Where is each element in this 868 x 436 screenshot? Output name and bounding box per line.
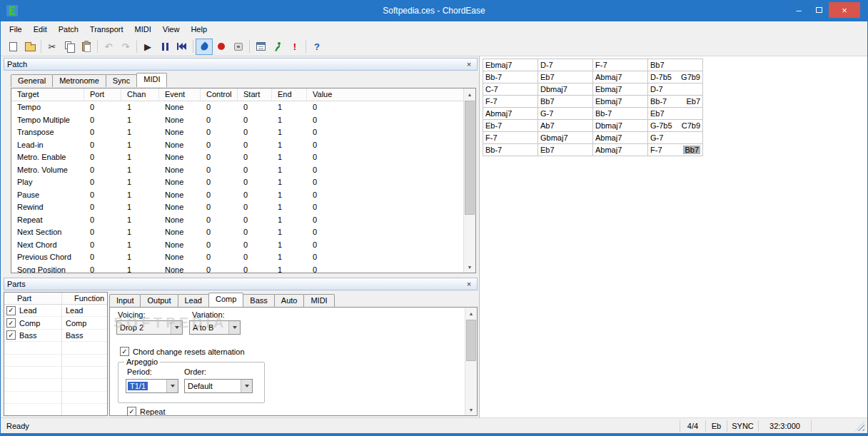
chord-cell[interactable]: Abmaj7: [592, 143, 648, 156]
parts-row-empty[interactable]: [4, 367, 107, 379]
menu-item-edit[interactable]: Edit: [28, 23, 53, 36]
chord-cell[interactable]: Dbmaj7: [592, 119, 648, 132]
part-checkbox[interactable]: ✓: [6, 318, 16, 328]
chord[interactable]: D-7: [540, 61, 553, 69]
patch-row-previous-chord[interactable]: Previous Chord01None0010: [11, 251, 463, 264]
chord[interactable]: Eb-7: [485, 121, 502, 130]
menu-item-transport[interactable]: Transport: [84, 23, 129, 36]
maximize-button[interactable]: [809, 2, 829, 18]
parts-tab-comp[interactable]: Comp: [208, 293, 243, 307]
parts-tab-lead[interactable]: Lead: [178, 294, 209, 307]
parts-tab-auto[interactable]: Auto: [274, 294, 305, 307]
chord[interactable]: Gbmaj7: [540, 133, 568, 142]
patch-tab-sync[interactable]: Sync: [106, 74, 137, 87]
chord-cell[interactable]: Bb-7: [592, 107, 648, 120]
patch-row-tempo[interactable]: Tempo01None0010: [11, 101, 463, 114]
parts-scrollbar[interactable]: ▲ ▼: [465, 308, 477, 415]
menu-item-file[interactable]: File: [4, 23, 28, 36]
order-dropdown-icon[interactable]: [241, 380, 252, 392]
period-dropdown-icon[interactable]: [166, 380, 178, 392]
chord[interactable]: G-7: [540, 109, 553, 118]
chord-cell[interactable]: F-7: [483, 95, 538, 108]
patch-close-icon[interactable]: ×: [464, 59, 474, 69]
chord[interactable]: Ab7: [540, 121, 555, 130]
new-file-button[interactable]: [4, 39, 21, 55]
chord[interactable]: Abmaj7: [595, 73, 622, 81]
chord-cell[interactable]: F-7: [483, 131, 538, 144]
chord[interactable]: D-7b5: [650, 73, 672, 81]
column-header-event[interactable]: Event: [159, 88, 201, 101]
chord[interactable]: Bb-7: [595, 109, 612, 118]
period-select[interactable]: T1/1: [126, 379, 178, 393]
patch-row-pause[interactable]: Pause01None0010: [11, 189, 463, 202]
parts-row-empty[interactable]: [4, 392, 107, 404]
column-header-chan[interactable]: Chan: [121, 88, 159, 101]
column-header-target[interactable]: Target: [11, 88, 84, 101]
chord[interactable]: Bb7: [650, 61, 665, 69]
patch-row-repeat[interactable]: Repeat01None0010: [11, 214, 463, 227]
chord-cell[interactable]: F-7Bb7: [647, 143, 703, 156]
chord[interactable]: Abmaj7: [595, 146, 622, 154]
chord-cell[interactable]: Ebmaj7: [592, 83, 648, 96]
menu-item-midi[interactable]: MIDI: [129, 23, 157, 36]
part-checkbox[interactable]: ✓: [6, 306, 16, 315]
patch-row-rewind[interactable]: Rewind01None0010: [11, 201, 463, 214]
chord-cell[interactable]: C-7: [483, 83, 538, 96]
chord-cell[interactable]: Ebmaj7: [592, 95, 648, 108]
chord[interactable]: Ebmaj7: [595, 97, 622, 106]
songbook-button[interactable]: [252, 39, 269, 55]
scroll-up-icon[interactable]: ▲: [465, 308, 477, 319]
parts-row-empty[interactable]: [4, 342, 107, 354]
column-header-end[interactable]: End: [272, 88, 307, 101]
chord[interactable]: Dbmaj7: [595, 121, 622, 130]
chord-cell[interactable]: Gbmaj7: [538, 131, 593, 144]
patch-row-play[interactable]: Play01None0010: [11, 176, 463, 189]
chord[interactable]: Bb7: [540, 97, 555, 106]
patch-row-tempo-multiple[interactable]: Tempo Multiple01None0010: [11, 114, 463, 127]
chord[interactable]: F-7: [485, 133, 498, 142]
parts-row-empty[interactable]: [4, 355, 107, 367]
chord[interactable]: Ebmaj7: [485, 61, 512, 69]
parts-scrollbar-thumb[interactable]: [466, 320, 476, 361]
chord[interactable]: Eb7: [686, 97, 700, 106]
chord[interactable]: Abmaj7: [485, 109, 512, 118]
chord-cell[interactable]: G-7b5C7b9: [647, 119, 703, 132]
chord-cell[interactable]: Eb7: [538, 143, 593, 156]
voicing-dropdown-icon[interactable]: [171, 321, 182, 334]
parts-row-bass[interactable]: ✓BassBass: [4, 330, 107, 342]
chord-cell[interactable]: Ebmaj7: [483, 59, 538, 71]
scroll-down-icon[interactable]: ▼: [465, 404, 477, 415]
patch-tab-midi[interactable]: MIDI: [136, 73, 167, 87]
parts-row-empty[interactable]: [4, 404, 107, 416]
chord[interactable]: Bb-7: [650, 97, 667, 106]
cut-button[interactable]: ✂: [44, 39, 61, 55]
punch-button[interactable]: [230, 39, 247, 55]
rewind-button[interactable]: [173, 39, 191, 55]
resize-grip-icon[interactable]: [855, 422, 864, 431]
chord-cell[interactable]: G-7: [538, 107, 593, 120]
patch-row-next-chord[interactable]: Next Chord01None0010: [11, 239, 463, 252]
chord-cell[interactable]: Abmaj7: [592, 131, 648, 144]
chord[interactable]: F-7: [650, 146, 662, 154]
patch-row-next-section[interactable]: Next Section01None0010: [11, 226, 463, 239]
chord[interactable]: G-7: [650, 133, 663, 142]
patch-row-metro-volume[interactable]: Metro. Volume01None0010: [11, 164, 463, 177]
chord-cell[interactable]: D-7: [647, 83, 703, 96]
chord-cell[interactable]: Eb-7: [483, 119, 538, 132]
open-file-button[interactable]: [21, 39, 39, 55]
undo-button[interactable]: ↶: [100, 39, 117, 55]
practice-button[interactable]: [269, 39, 286, 55]
panic-button[interactable]: !: [286, 39, 303, 55]
patch-row-metro-enable[interactable]: Metro. Enable01None0010: [11, 151, 463, 164]
chord-cell[interactable]: D-7b5G7b9: [647, 71, 703, 83]
chord[interactable]: Eb7: [650, 109, 665, 118]
chord[interactable]: C7b9: [682, 121, 700, 130]
column-header-port[interactable]: Port: [84, 88, 121, 101]
chord-cell[interactable]: G-7: [647, 131, 703, 144]
chord[interactable]: Eb7: [540, 73, 555, 81]
chord-cell[interactable]: Eb7: [647, 107, 703, 120]
chord-cell[interactable]: Bb7: [538, 95, 593, 108]
chord[interactable]: Ebmaj7: [595, 85, 622, 93]
chord-cell[interactable]: Abmaj7: [483, 107, 538, 120]
chord[interactable]: Bb-7: [485, 73, 502, 81]
